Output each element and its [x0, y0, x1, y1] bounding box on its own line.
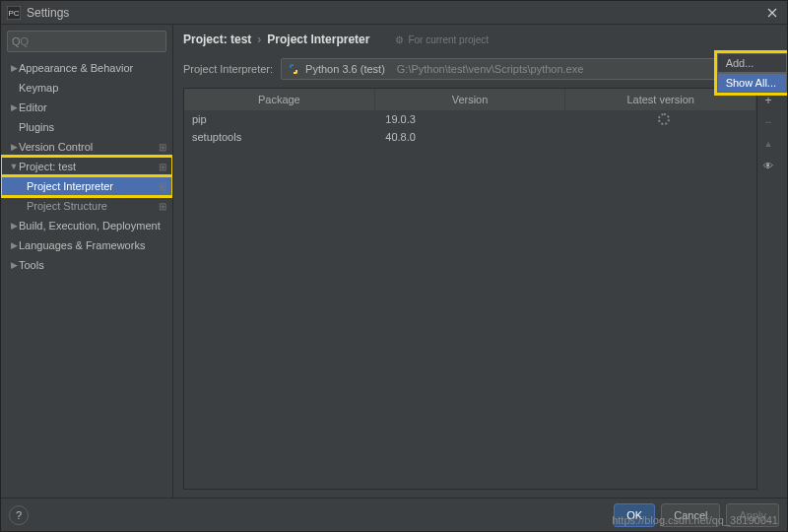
- window-title: Settings: [27, 6, 69, 20]
- breadcrumb-hint: ⚙ For current project: [395, 34, 489, 45]
- app-icon: PC: [7, 6, 21, 20]
- table-row[interactable]: pip19.0.3: [184, 110, 756, 128]
- sidebar-item-label: Build, Execution, Deployment: [19, 220, 161, 232]
- package-name: setuptools: [184, 128, 377, 146]
- sidebar-item-label: Plugins: [19, 121, 54, 133]
- interpreter-label: Project Interpreter:: [183, 63, 273, 75]
- show-early-releases-button[interactable]: 👁: [759, 157, 777, 174]
- chevron-icon: ▶: [9, 142, 19, 152]
- package-version: 40.8.0: [377, 128, 570, 146]
- sidebar-item-appearance-behavior[interactable]: ▶Appearance & Behavior: [1, 58, 172, 78]
- sidebar-item-label: Project: test: [19, 161, 76, 172]
- column-header[interactable]: Version: [375, 89, 566, 110]
- breadcrumb-root: Project: test: [183, 33, 251, 46]
- sidebar-item-label: Editor: [19, 101, 47, 113]
- chevron-icon: ▼: [9, 162, 19, 171]
- sidebar-item-project-interpreter[interactable]: Project Interpreter⊞: [1, 176, 172, 196]
- gear-icon: ⊞: [159, 181, 166, 192]
- gear-icon: ⊞: [159, 142, 166, 153]
- sidebar-item-label: Tools: [19, 259, 44, 271]
- sidebar-item-project-structure[interactable]: Project Structure⊞: [1, 196, 172, 216]
- dropdown-item-show-all-[interactable]: Show All...: [717, 73, 787, 93]
- package-latest: [571, 110, 756, 128]
- loading-icon: [658, 113, 670, 125]
- sidebar-item-build-execution-deployment[interactable]: ▶Build, Execution, Deployment: [1, 216, 172, 235]
- sidebar-item-label: Project Structure: [27, 200, 107, 212]
- table-row[interactable]: setuptools40.8.0: [184, 128, 756, 146]
- sidebar-item-label: Version Control: [19, 141, 93, 153]
- sidebar-item-label: Languages & Frameworks: [19, 239, 145, 251]
- help-button[interactable]: ?: [9, 505, 29, 525]
- chevron-icon: ▶: [9, 260, 19, 270]
- sidebar: Q ▶Appearance & BehaviorKeymap▶EditorPlu…: [1, 25, 173, 498]
- sidebar-item-languages-frameworks[interactable]: ▶Languages & Frameworks: [1, 235, 172, 255]
- packages-table: PackageVersionLatest version pip19.0.3se…: [183, 88, 757, 490]
- gear-icon: ⊞: [159, 201, 166, 212]
- sidebar-item-editor[interactable]: ▶Editor: [1, 98, 172, 117]
- chevron-icon: ▶: [9, 102, 19, 112]
- interpreter-dropdown-menu: Add...Show All...: [717, 53, 787, 93]
- package-latest: [571, 128, 756, 146]
- chevron-right-icon: ›: [257, 33, 261, 46]
- dropdown-item-add-[interactable]: Add...: [717, 53, 787, 73]
- sidebar-item-label: Project Interpreter: [27, 180, 113, 192]
- sidebar-item-label: Appearance & Behavior: [19, 62, 133, 74]
- sidebar-item-tools[interactable]: ▶Tools: [1, 255, 172, 275]
- close-button[interactable]: [757, 1, 787, 25]
- add-package-button[interactable]: +: [759, 92, 777, 109]
- sidebar-item-project-test[interactable]: ▼Project: test⊞: [1, 157, 172, 176]
- sidebar-item-keymap[interactable]: Keymap: [1, 78, 172, 98]
- watermark: https://blog.csdn.net/qq_38190041: [612, 514, 778, 526]
- upgrade-package-button[interactable]: ▲: [759, 135, 777, 153]
- breadcrumb-current: Project Interpreter: [267, 33, 369, 46]
- chevron-icon: ▶: [9, 240, 19, 250]
- sidebar-item-version-control[interactable]: ▶Version Control⊞: [1, 137, 172, 157]
- package-name: pip: [184, 110, 377, 128]
- chevron-icon: ▶: [9, 63, 19, 73]
- sidebar-item-plugins[interactable]: Plugins: [1, 117, 172, 137]
- svg-text:PC: PC: [8, 9, 19, 18]
- interpreter-path: G:\Python\test\venv\Scripts\python.exe: [397, 63, 584, 75]
- sidebar-item-label: Keymap: [19, 82, 58, 94]
- titlebar: PC Settings: [1, 1, 787, 25]
- remove-package-button[interactable]: −: [759, 113, 777, 131]
- gear-icon: ⊞: [159, 162, 166, 172]
- breadcrumb: Project: test › Project Interpreter ⚙ Fo…: [173, 25, 787, 54]
- column-header[interactable]: Package: [184, 89, 375, 110]
- search-icon: Q: [12, 35, 21, 47]
- python-icon: [288, 63, 299, 75]
- interpreter-dropdown[interactable]: Python 3.6 (test) G:\Python\test\venv\Sc…: [281, 58, 777, 80]
- chevron-icon: ▶: [9, 221, 19, 231]
- search-input[interactable]: Q: [7, 31, 166, 52]
- gear-icon: ⚙: [395, 34, 404, 45]
- interpreter-name: Python 3.6 (test): [305, 63, 385, 75]
- package-version: 19.0.3: [377, 110, 570, 128]
